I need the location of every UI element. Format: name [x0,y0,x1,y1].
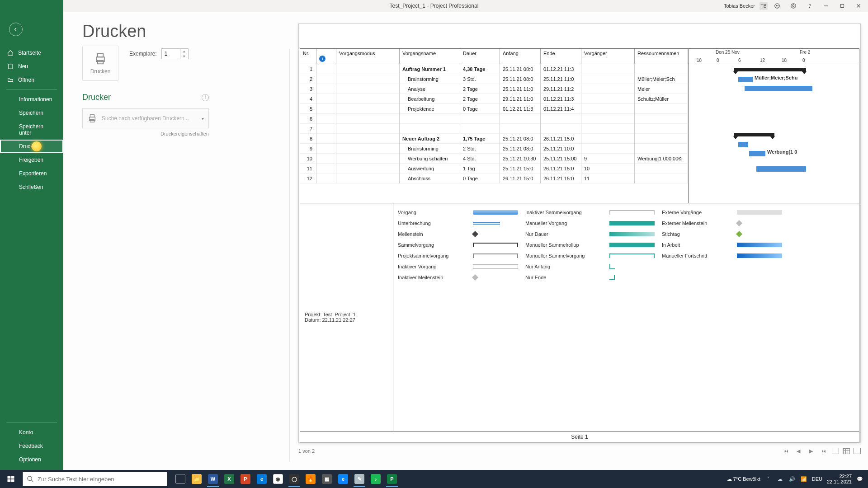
sidebar-item-feedback[interactable]: Feedback [0,439,63,453]
table-cell [336,164,400,174]
multi-page-view-button[interactable] [843,448,850,454]
table-cell [400,124,460,134]
sidebar-item-label: Startseite [18,50,41,56]
explorer-app[interactable]: 📁 [189,471,204,487]
smiley-icon[interactable] [770,0,784,12]
sidebar-item-exportieren[interactable]: Exportieren [0,167,63,180]
sidebar-item-oeffnen[interactable]: Öffnen [0,73,63,87]
svg-rect-18 [11,476,14,479]
wifi-icon[interactable]: 📶 [800,475,807,483]
legend-label: Meilenstein [398,229,470,239]
spotify-app[interactable]: ♪ [368,471,383,487]
user-initials[interactable]: TB [760,2,768,10]
onedrive-icon[interactable]: ☁ [777,475,784,483]
table-cell [460,124,500,134]
legend-label: Projektsammelvorgang [398,250,470,261]
info-icon[interactable]: i [202,94,209,101]
table-cell: 26.11.21 15:0 [541,164,581,174]
sidebar-item-freigeben[interactable]: Freigeben [0,153,63,167]
table-cell [316,164,336,174]
taskbar-clock[interactable]: 22:27 22.11.2021 [827,474,852,484]
taskbar-search-input[interactable] [38,476,163,483]
word-app[interactable]: W [205,471,221,487]
legend-label: Manueller Sammelvorgang [525,250,607,261]
table-cell: Brainstorming [400,144,460,154]
notifications-icon[interactable]: 💬 [856,475,863,483]
app-generic[interactable]: ▦ [319,471,335,487]
windows-icon [7,475,15,483]
sidebar-item-speichern[interactable]: Speichern [0,106,63,120]
notepad-app[interactable]: ✎ [352,471,367,487]
table-cell: 26.11.21 15:0 [500,174,541,183]
start-button[interactable] [0,470,22,488]
legend-swatch [473,264,518,269]
copies-stepper[interactable]: ▲ ▼ [161,48,189,59]
help-icon[interactable] [803,0,816,12]
taskview-button[interactable] [173,471,188,487]
close-button[interactable] [852,0,865,12]
zoom-page-button[interactable] [854,448,861,454]
table-cell [581,104,635,114]
table-cell: 2 Tage [460,94,500,104]
sidebar-divider [6,422,57,423]
copies-down[interactable]: ▼ [180,54,188,59]
obs-app[interactable]: ◯ [287,471,302,487]
table-cell [635,134,688,144]
next-page-button[interactable]: ▶ [807,447,816,455]
table-cell: 12 [300,174,316,183]
maximize-button[interactable] [835,0,849,12]
taskbar-search[interactable] [23,472,167,486]
sidebar-item-startseite[interactable]: Startseite [0,46,63,60]
legend-label: Nur Dauer [525,229,607,239]
table-cell [316,84,336,94]
user-name[interactable]: Tobias Becker [724,3,755,9]
sidebar-item-neu[interactable]: Neu [0,60,63,73]
sidebar-item-label: Neu [18,63,28,70]
sidebar-item-konto[interactable]: Konto [0,426,63,439]
edge-legacy-app[interactable]: e [254,471,269,487]
sidebar-item-schliessen[interactable]: Schließen [0,180,63,194]
table-cell [635,174,688,183]
back-button[interactable] [9,23,23,36]
svg-rect-7 [841,5,844,8]
legend-swatch [473,210,518,215]
edge-app[interactable]: e [335,471,351,487]
prev-page-button[interactable]: ◀ [794,447,803,455]
copies-input[interactable] [162,49,180,59]
preview-meta: Projekt: Test_Project_1 Datum: 22.11.21 … [300,203,393,431]
last-page-button[interactable]: ⏭ [819,447,828,455]
app-orange[interactable]: 🔥 [303,471,318,487]
table-cell [635,124,688,134]
legend-swatch [736,231,742,237]
table-cell [500,114,541,124]
sidebar-item-optionen[interactable]: Optionen [0,453,63,466]
sidebar-item-label: Informationen [19,96,52,103]
first-page-button[interactable]: ⏮ [781,447,790,455]
meta-date: Datum: 22.11.21 22:27 [305,317,388,323]
single-page-view-button[interactable] [832,448,839,454]
printer-properties-link[interactable]: Druckereigenschaften [82,131,209,136]
account-icon[interactable] [787,0,800,12]
excel-app[interactable]: X [222,471,237,487]
legend-swatch [472,274,478,281]
print-button[interactable]: Drucken [82,46,118,81]
weather-widget[interactable]: ☁ 7°C Bewölkt [727,476,760,482]
minimize-button[interactable] [819,0,833,12]
chrome-app[interactable]: ◉ [270,471,286,487]
sidebar-item-label: Optionen [19,456,41,463]
language-indicator[interactable]: DEU [812,476,822,482]
backstage-sidebar: Startseite Neu Öffnen Informationen Spei… [0,0,63,470]
sidebar-item-informationen[interactable]: Informationen [0,93,63,106]
gantt-legend: Vorgang Inaktiver Sammelvorgang Externe … [393,203,859,431]
sidebar-item-drucken[interactable]: Drucken [0,140,63,153]
printer-dropdown[interactable]: Suche nach verfügbaren Druckern... ▾ [82,108,209,128]
copies-up[interactable]: ▲ [180,49,188,54]
table-cell [316,174,336,183]
volume-icon[interactable]: 🔊 [788,475,796,483]
powerpoint-app[interactable]: P [238,471,253,487]
project-app[interactable]: P [384,471,400,487]
table-cell [316,154,336,164]
printer-small-icon [87,113,97,123]
tray-chevron-icon[interactable]: ˄ [765,475,772,483]
sidebar-item-speichern-unter[interactable]: Speichern unter [0,120,63,140]
